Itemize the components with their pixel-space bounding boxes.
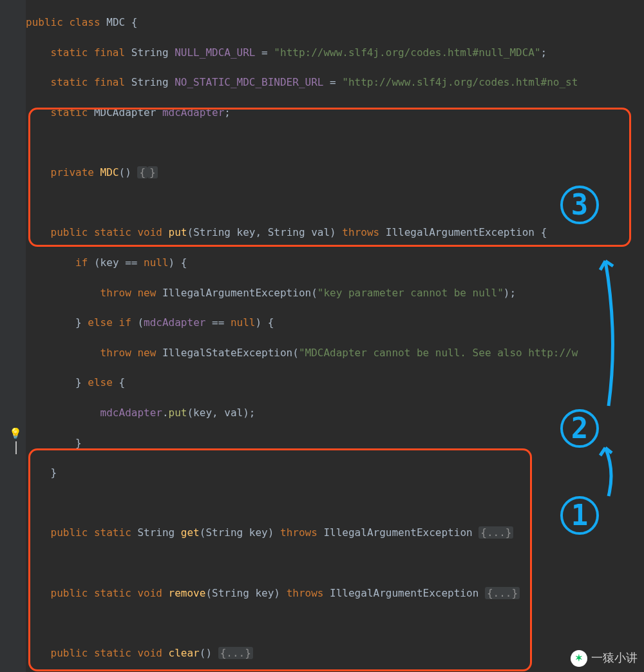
- fn-put: put: [169, 226, 187, 238]
- param-key: key: [193, 407, 212, 419]
- p-op: (: [205, 587, 212, 599]
- kw-throw: throw: [100, 287, 131, 299]
- p-eq: =: [323, 76, 342, 88]
- p-ccb: }: [75, 316, 82, 329]
- p-op: (: [119, 166, 126, 178]
- str-keynull: "key parameter cannot be null": [317, 287, 504, 299]
- p-cm: ,: [255, 226, 267, 238]
- p-sc: ;: [249, 407, 256, 419]
- fn-clear: clear: [169, 647, 200, 659]
- p-sc: ;: [509, 287, 516, 299]
- kw-static: static: [94, 526, 131, 539]
- type-string: String: [212, 587, 249, 599]
- kw-public: public: [26, 16, 63, 28]
- param-key: key: [237, 226, 256, 238]
- type-iae: IllegalArgumentException: [330, 587, 478, 599]
- watermark-text: 一猿小讲: [591, 651, 638, 666]
- p-op: (: [137, 316, 144, 329]
- p-op: (: [94, 256, 100, 269]
- kw-throw: throw: [100, 347, 131, 359]
- kw-public: public: [51, 526, 88, 539]
- fold-region[interactable]: {...}: [478, 526, 513, 539]
- type-iae: IllegalArgumentException: [386, 226, 535, 238]
- kw-public: public: [51, 587, 88, 599]
- fn-get: get: [181, 526, 200, 539]
- str-url1: "http://www.slf4j.org/codes.html#null_MD…: [274, 46, 540, 59]
- p-ocb: {: [131, 16, 138, 28]
- type-ise: IllegalStateException: [162, 347, 292, 359]
- p-ocb: {: [119, 376, 126, 389]
- p-cp: ): [125, 166, 131, 178]
- field-null-mdca: NULL_MDCA_URL: [175, 46, 255, 59]
- field-mdcadapter: mdcAdapter: [144, 316, 205, 329]
- kw-else: else: [88, 316, 113, 329]
- param-val: val: [311, 226, 330, 238]
- p-cp: ): [205, 647, 212, 659]
- kw-throws: throws: [287, 587, 324, 599]
- p-cp: ): [243, 407, 249, 419]
- type-iae: IllegalArgumentException: [323, 526, 472, 539]
- type-mdc: MDC: [106, 16, 125, 28]
- kw-if: if: [75, 256, 88, 269]
- field-no-static: NO_STATIC_MDC_BINDER_URL: [175, 76, 323, 88]
- fold-region[interactable]: {...}: [485, 587, 520, 599]
- fold-ocb[interactable]: {: [137, 166, 147, 178]
- fold-region[interactable]: {...}: [218, 647, 253, 659]
- kw-public: public: [51, 647, 88, 659]
- p-ocb: {: [268, 316, 274, 329]
- p-ocb: {: [541, 226, 547, 238]
- kw-void: void: [137, 587, 162, 599]
- editor-gutter: [0, 0, 26, 672]
- type-iae: IllegalArgumentException: [162, 287, 311, 299]
- intention-bulb-icon[interactable]: 💡: [9, 426, 22, 441]
- kw-throws: throws: [280, 526, 317, 539]
- p-ccb: }: [75, 437, 82, 449]
- p-op: (: [187, 407, 193, 419]
- field-mdcadapter: mdcAdapter: [162, 106, 224, 119]
- kw-null: null: [144, 256, 169, 269]
- p-ccb: }: [75, 376, 82, 389]
- call-put: put: [169, 407, 187, 419]
- type-string: String: [193, 226, 231, 238]
- kw-void: void: [137, 647, 162, 659]
- field-mdcadapter: mdcAdapter: [100, 407, 162, 419]
- type-string: String: [131, 76, 169, 88]
- kw-else: else: [88, 376, 113, 389]
- p-ccb: }: [51, 466, 57, 479]
- kw-final: final: [94, 46, 125, 59]
- fn-ctor: MDC: [100, 166, 119, 178]
- kw-public: public: [51, 226, 88, 238]
- p-cp: ): [268, 526, 274, 539]
- p-cm: ,: [212, 407, 224, 419]
- kw-static: static: [94, 647, 131, 659]
- type-string: String: [137, 526, 175, 539]
- param-val: val: [224, 407, 243, 419]
- kw-null: null: [231, 316, 256, 329]
- kw-static: static: [94, 587, 131, 599]
- watermark: ✶ 一猿小讲: [571, 650, 638, 667]
- p-eq: =: [255, 46, 274, 59]
- param-key: key: [255, 587, 274, 599]
- kw-private: private: [51, 166, 94, 178]
- kw-static: static: [94, 226, 131, 238]
- type-mdcadapter: MDCAdapter: [94, 106, 156, 119]
- op-eqeq: ==: [119, 256, 144, 269]
- fold-ccb[interactable]: }: [147, 166, 158, 178]
- kw-new: new: [137, 347, 156, 359]
- p-op: (: [200, 526, 206, 539]
- op-eqeq: ==: [205, 316, 231, 329]
- p-cp: ): [330, 226, 336, 238]
- p-sc: ;: [541, 46, 547, 59]
- kw-if: if: [119, 316, 131, 329]
- p-cp: ): [274, 587, 280, 599]
- p-dot: .: [162, 407, 169, 419]
- p-cp: ): [504, 287, 510, 299]
- p-sc: ;: [224, 106, 231, 119]
- type-string: String: [131, 46, 169, 59]
- type-string: String: [205, 526, 243, 539]
- code-editor[interactable]: public class MDC { static final String N…: [26, 0, 644, 672]
- type-string: String: [268, 226, 305, 238]
- kw-static: static: [51, 106, 88, 119]
- kw-new: new: [137, 287, 156, 299]
- kw-static: static: [51, 46, 88, 59]
